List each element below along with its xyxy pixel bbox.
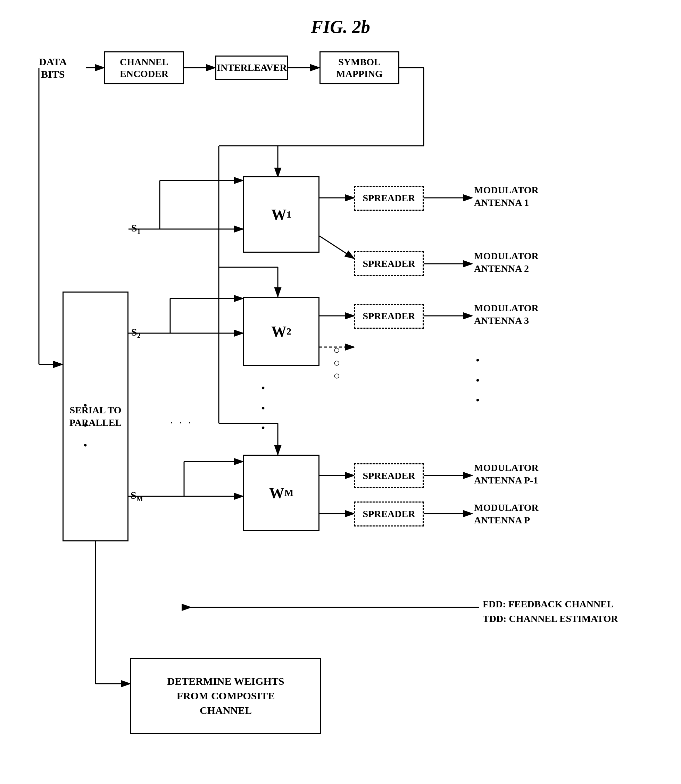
sm-label: SM: [131, 489, 143, 503]
spreader-p-box: SPREADER: [354, 501, 424, 526]
dots-s-column: · · ·: [170, 416, 193, 429]
s1-label: S1: [131, 222, 141, 236]
dots-middle-h: ○○○: [333, 344, 342, 382]
antenna-1-label: MODULATORANTENNA 1: [474, 184, 538, 209]
data-bits-label: DATABITS: [39, 55, 67, 81]
dots-serial-parallel: •••: [83, 396, 87, 456]
wm-box: WM: [243, 455, 320, 531]
serial-to-parallel-box: SERIAL TOPARALLEL: [62, 291, 128, 541]
fdd-tdd-label: FDD: FEEDBACK CHANNELTDD: CHANNEL ESTIMA…: [483, 597, 618, 626]
w1-box: W1: [243, 176, 320, 253]
diagram-container: FIG. 2b DATABITS CHANNELENCODER INTERLEA…: [0, 0, 681, 784]
antenna-3-label: MODULATORANTENNA 3: [474, 302, 538, 327]
spreader-1-box: SPREADER: [354, 186, 424, 211]
symbol-mapping-box: SYMBOLMAPPING: [320, 51, 399, 84]
w2-box: W2: [243, 297, 320, 366]
spreader-3-box: SPREADER: [354, 303, 424, 329]
antenna-pm1-label: MODULATORANTENNA P-1: [474, 462, 538, 487]
spreader-pm1-box: SPREADER: [354, 463, 424, 488]
antenna-2-label: MODULATORANTENNA 2: [474, 250, 538, 275]
figure-title: FIG. 2b: [311, 17, 370, 37]
dots-right: •••: [476, 351, 480, 411]
determine-weights-box: DETERMINE WEIGHTSFROM COMPOSITECHANNEL: [130, 658, 321, 734]
spreader-2-box: SPREADER: [354, 251, 424, 276]
interleaver-box: INTERLEAVER: [215, 55, 288, 80]
antenna-p-label: MODULATORANTENNA P: [474, 501, 538, 527]
s2-label: S2: [131, 326, 141, 340]
dots-w-column: •••: [261, 378, 265, 438]
channel-encoder-box: CHANNELENCODER: [104, 51, 184, 84]
svg-line-17: [320, 236, 354, 259]
